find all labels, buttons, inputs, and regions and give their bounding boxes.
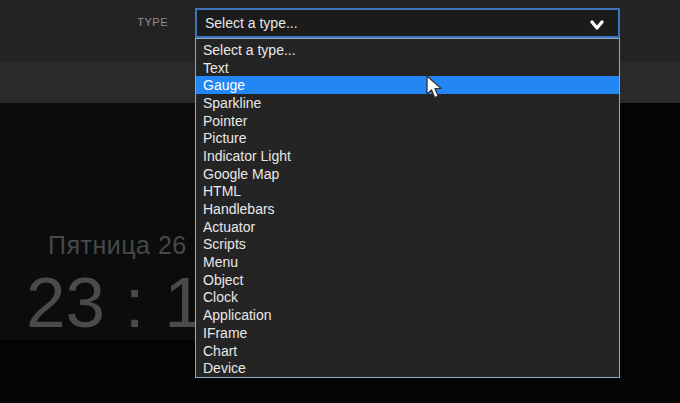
dropdown-option[interactable]: Google Map xyxy=(196,165,619,183)
type-dropdown-list: Select a type...TextGaugeSparklinePointe… xyxy=(195,38,620,378)
dropdown-option[interactable]: Text xyxy=(196,59,619,77)
dropdown-option[interactable]: Menu xyxy=(196,253,619,271)
dropdown-option[interactable]: Sparkline xyxy=(196,94,619,112)
widget-dialog-screen: Пятница 26 23 : 13 TYPE Select a type...… xyxy=(0,0,680,403)
type-field-label: TYPE xyxy=(110,16,168,28)
dropdown-option[interactable]: Object xyxy=(196,271,619,289)
type-select-value: Select a type... xyxy=(205,15,298,31)
dropdown-option[interactable]: Actuator xyxy=(196,218,619,236)
dropdown-option[interactable]: Gauge xyxy=(196,76,619,94)
dropdown-option[interactable]: Chart xyxy=(196,342,619,360)
dropdown-option[interactable]: Pointer xyxy=(196,112,619,130)
dropdown-option[interactable]: Scripts xyxy=(196,236,619,254)
chevron-down-icon xyxy=(590,18,604,30)
dropdown-option[interactable]: Device xyxy=(196,359,619,377)
dropdown-option[interactable]: HTML xyxy=(196,183,619,201)
clock-date-text: Пятница 26 xyxy=(48,231,187,260)
dropdown-option[interactable]: Application xyxy=(196,306,619,324)
dropdown-option[interactable]: Select a type... xyxy=(196,41,619,59)
dropdown-option[interactable]: IFrame xyxy=(196,324,619,342)
dropdown-option[interactable]: Handlebars xyxy=(196,200,619,218)
type-select[interactable]: Select a type... xyxy=(195,8,620,38)
dropdown-option[interactable]: Clock xyxy=(196,289,619,307)
dropdown-option[interactable]: Indicator Light xyxy=(196,147,619,165)
dropdown-option[interactable]: Picture xyxy=(196,129,619,147)
